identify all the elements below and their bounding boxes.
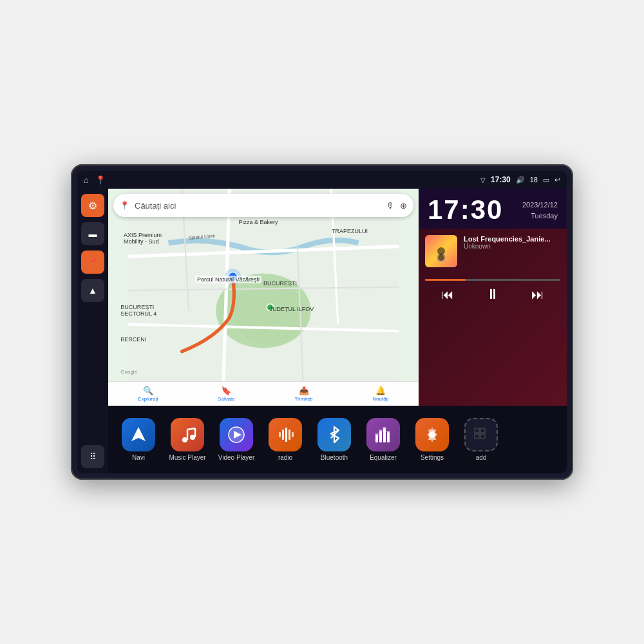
svg-rect-29 <box>383 428 386 442</box>
add-grid-icon <box>472 426 490 444</box>
clock-time: 17:30 <box>428 196 503 223</box>
svg-rect-34 <box>386 431 390 432</box>
google-maps-icon: 📍 <box>120 201 129 210</box>
status-bar: ⌂ 📍 ▽ 17:30 🔊 18 ▭ ↩ <box>77 171 567 189</box>
back-icon[interactable]: ↩ <box>554 176 560 184</box>
status-left: ⌂ 📍 <box>84 175 106 185</box>
music-progress-bar[interactable] <box>425 279 560 281</box>
map-icon: 📍 <box>88 258 98 267</box>
equalizer-bars-icon <box>374 426 392 444</box>
music-controls: ⏮ ⏸ ⏭ <box>425 286 560 303</box>
svg-rect-23 <box>282 430 284 440</box>
svg-rect-24 <box>285 428 287 442</box>
navi-icon-bg <box>122 418 155 451</box>
music-top: Lost Frequencies_Janie... Unknown <box>425 235 560 267</box>
home-icon[interactable]: ⌂ <box>84 175 89 185</box>
day-value: Tuesday <box>531 212 558 220</box>
sidebar-grid-button[interactable]: ⠿ <box>81 445 104 468</box>
app-video-player[interactable]: Video Player <box>214 418 259 461</box>
clock-date: 2023/12/12 Tuesday <box>522 200 558 221</box>
device-frame: ⌂ 📍 ▽ 17:30 🔊 18 ▭ ↩ ⚙ ▬ <box>71 164 573 480</box>
clock-section: 17:30 2023/12/12 Tuesday <box>419 189 567 229</box>
sidebar: ⚙ ▬ 📍 ▲ ⠿ <box>77 189 108 473</box>
video-icon-bg <box>220 418 253 451</box>
map-bottom-nav: 🔍 Explorați 🔖 Salvate 📤 Trimiteți <box>108 381 419 406</box>
settings-label: Settings <box>421 454 444 461</box>
search-placeholder-text[interactable]: Căutați aici <box>135 201 381 211</box>
play-pause-button[interactable]: ⏸ <box>486 286 500 303</box>
next-button[interactable]: ⏭ <box>531 287 544 302</box>
svg-rect-32 <box>379 430 383 431</box>
news-label: Noutăți <box>372 396 388 402</box>
radio-icon-bg <box>269 418 302 451</box>
status-time: 17:30 <box>491 175 511 184</box>
bluetooth-label: Bluetooth <box>321 454 348 461</box>
music-player-label: Music Player <box>169 454 205 461</box>
svg-line-19 <box>187 428 195 430</box>
saved-label: Salvate <box>218 396 235 402</box>
map-background: Splaiul Unirii 📍 Căutați aici 🎙 ⊕ AXIS P… <box>108 189 419 406</box>
gear-icon: ⚙ <box>88 200 97 212</box>
map-section[interactable]: Splaiul Unirii 📍 Căutați aici 🎙 ⊕ AXIS P… <box>108 189 419 406</box>
video-player-label: Video Player <box>218 454 255 461</box>
navi-label: Navi <box>132 454 145 461</box>
nav-icon: ▲ <box>88 285 97 296</box>
saved-icon: 🔖 <box>221 386 231 395</box>
music-title: Lost Frequencies_Janie... <box>464 235 560 243</box>
app-equalizer[interactable]: Equalizer <box>361 418 406 461</box>
app-music-player[interactable]: Music Player <box>165 418 210 461</box>
add-label: add <box>476 454 487 461</box>
map-label-google: Google <box>120 369 137 375</box>
grid-icon: ⠿ <box>90 451 96 462</box>
radio-waves-icon <box>276 426 294 444</box>
microphone-icon[interactable]: 🎙 <box>386 201 395 211</box>
prev-button[interactable]: ⏮ <box>441 287 454 302</box>
sidebar-map-button[interactable]: 📍 <box>81 251 104 274</box>
device-screen: ⌂ 📍 ▽ 17:30 🔊 18 ▭ ↩ ⚙ ▬ <box>77 171 567 473</box>
svg-rect-36 <box>475 428 479 433</box>
svg-rect-31 <box>375 433 379 435</box>
bluetooth-icon-bg <box>317 418 351 451</box>
settings-gear-icon <box>423 426 441 444</box>
status-right: ▽ 17:30 🔊 18 ▭ ↩ <box>480 175 560 184</box>
music-info: Lost Frequencies_Janie... Unknown <box>464 235 560 267</box>
map-label-pizza: Pizza & Bakery <box>238 219 278 225</box>
apps-icon: ▬ <box>89 229 97 239</box>
sidebar-nav-button[interactable]: ▲ <box>81 279 104 302</box>
app-navi[interactable]: Navi <box>116 418 161 461</box>
navi-arrow-icon <box>129 425 148 444</box>
music-section: Lost Frequencies_Janie... Unknown ⏮ ⏸ ⏭ <box>419 229 567 406</box>
svg-rect-33 <box>383 427 386 428</box>
map-search-bar[interactable]: 📍 Căutați aici 🎙 ⊕ <box>113 194 413 217</box>
equalizer-label: Equalizer <box>370 454 397 461</box>
app-radio[interactable]: radio <box>263 418 308 461</box>
app-bluetooth[interactable]: Bluetooth <box>312 418 357 461</box>
explore-icon: 🔍 <box>143 386 153 395</box>
sidebar-apps-button[interactable]: ▬ <box>81 222 104 245</box>
bluetooth-symbol-icon <box>327 426 342 444</box>
map-label-trap: TRAPEZULUI <box>332 228 368 234</box>
explore-label: Explorați <box>138 396 158 402</box>
news-icon: 🔔 <box>375 386 386 395</box>
radio-label: radio <box>278 454 292 461</box>
battery-level: 18 <box>530 176 538 184</box>
layers-icon[interactable]: ⊕ <box>400 201 407 211</box>
map-nav-explore[interactable]: 🔍 Explorați <box>138 386 158 402</box>
app-add[interactable]: add <box>459 418 504 461</box>
wifi-icon: ▽ <box>480 176 486 184</box>
music-note-icon <box>178 426 196 444</box>
app-settings[interactable]: Settings <box>410 418 455 461</box>
album-art <box>425 235 457 267</box>
map-nav-saved[interactable]: 🔖 Salvate <box>218 386 235 402</box>
svg-rect-28 <box>379 431 382 442</box>
map-nav-send[interactable]: 📤 Trimiteți <box>294 386 312 402</box>
map-nav-news[interactable]: 🔔 Noutăți <box>372 386 388 402</box>
map-pin-icon[interactable]: 📍 <box>95 175 106 185</box>
music-icon-bg <box>171 418 204 451</box>
svg-rect-38 <box>475 434 479 439</box>
info-panel: 17:30 2023/12/12 Tuesday <box>419 189 567 406</box>
date-value: 2023/12/12 <box>522 201 558 209</box>
map-label-berceni: BERCENI <box>120 336 146 343</box>
map-label-ilfov: JUDEȚUL ILFOV <box>270 306 314 312</box>
sidebar-settings-button[interactable]: ⚙ <box>81 194 104 217</box>
